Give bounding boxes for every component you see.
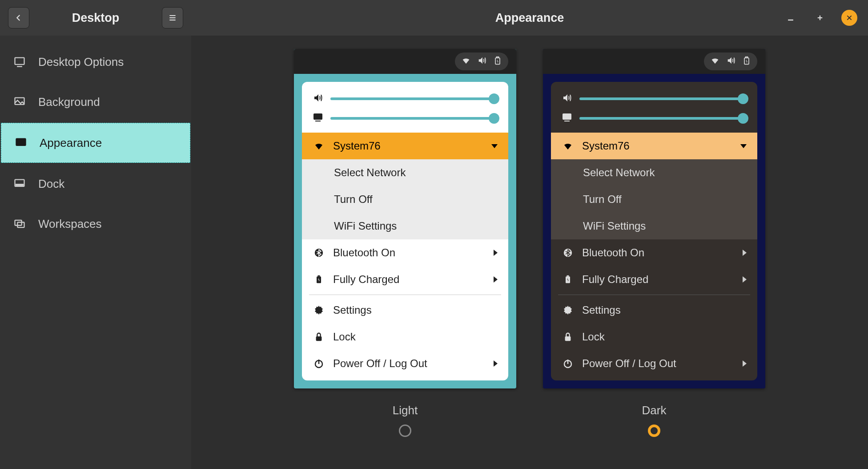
sidebar-item-background[interactable]: Background (0, 82, 191, 122)
preview-topbar (294, 49, 516, 74)
volume-icon (562, 93, 572, 105)
sidebar-item-label: Desktop Options (38, 55, 124, 69)
svg-rect-12 (18, 140, 21, 144)
sidebar-item-label: Appearance (40, 136, 102, 150)
chevron-right-icon (743, 276, 747, 283)
theme-label-dark: Dark (642, 404, 667, 417)
sidebar: Desktop Options Background Appearance Do… (0, 36, 191, 469)
chevron-right-icon (494, 276, 498, 283)
image-icon (12, 95, 27, 109)
settings-row[interactable]: Settings (551, 297, 757, 323)
bluetooth-icon (562, 247, 574, 259)
appearance-icon (14, 136, 28, 150)
chevron-down-icon (491, 144, 498, 148)
battery-icon (313, 273, 325, 286)
wifi-turn-off[interactable]: Turn Off (302, 186, 508, 213)
bluetooth-row[interactable]: Bluetooth On (551, 239, 757, 266)
wifi-name: System76 (582, 140, 630, 152)
sidebar-item-appearance[interactable]: Appearance (1, 123, 190, 163)
theme-preview-dark[interactable]: System76 Select Network Turn Off WiFi Se… (543, 49, 765, 388)
battery-icon (493, 56, 502, 67)
wifi-icon (461, 56, 471, 67)
power-icon (562, 357, 574, 370)
chevron-right-icon (743, 250, 747, 256)
wifi-settings[interactable]: WiFi Settings (302, 213, 508, 239)
page-title: Appearance (495, 11, 564, 25)
sidebar-item-desktop-options[interactable]: Desktop Options (0, 42, 191, 82)
volume-slider[interactable] (551, 89, 757, 109)
chevron-right-icon (494, 250, 498, 256)
bluetooth-row[interactable]: Bluetooth On (302, 239, 508, 266)
chevron-right-icon (743, 360, 747, 367)
wifi-icon (313, 140, 325, 152)
svg-rect-16 (17, 222, 24, 228)
volume-slider[interactable] (302, 89, 508, 109)
workspaces-icon (12, 217, 27, 231)
battery-row[interactable]: Fully Charged (551, 266, 757, 293)
volume-icon (726, 56, 736, 67)
sidebar-item-label: Workspaces (38, 217, 102, 231)
sidebar-title: Desktop (29, 11, 162, 25)
wifi-settings[interactable]: WiFi Settings (551, 213, 757, 239)
sidebar-item-dock[interactable]: Dock (0, 164, 191, 204)
bluetooth-icon (313, 247, 325, 259)
battery-icon (742, 56, 751, 67)
preview-topbar (543, 49, 765, 74)
gear-icon (562, 304, 574, 316)
maximize-button[interactable] (812, 10, 828, 26)
theme-label-light: Light (393, 404, 418, 417)
svg-rect-8 (15, 58, 24, 65)
wifi-icon (562, 140, 574, 152)
minimize-button[interactable] (783, 10, 799, 26)
svg-rect-30 (563, 114, 571, 119)
hamburger-button[interactable] (162, 7, 183, 28)
theme-radio-light[interactable] (399, 425, 411, 437)
power-row[interactable]: Power Off / Log Out (551, 350, 757, 377)
sidebar-item-label: Background (38, 95, 100, 109)
svg-rect-14 (16, 184, 23, 186)
chevron-right-icon (494, 360, 498, 367)
wifi-turn-off[interactable]: Turn Off (551, 186, 757, 213)
wifi-header[interactable]: System76 (302, 133, 508, 159)
sidebar-item-label: Dock (38, 177, 64, 191)
svg-rect-23 (318, 275, 320, 277)
lock-row[interactable]: Lock (551, 323, 757, 350)
dock-icon (12, 177, 27, 191)
svg-rect-29 (746, 57, 748, 58)
wifi-select-network[interactable]: Select Network (302, 159, 508, 186)
svg-rect-15 (15, 220, 22, 226)
svg-rect-19 (314, 114, 322, 119)
svg-rect-18 (497, 57, 499, 58)
lock-row[interactable]: Lock (302, 323, 508, 350)
brightness-slider[interactable] (551, 109, 757, 128)
volume-icon (313, 93, 323, 105)
close-button[interactable] (841, 10, 857, 26)
lock-icon (313, 331, 325, 343)
wifi-icon (710, 56, 720, 67)
wifi-name: System76 (333, 140, 381, 152)
battery-row[interactable]: Fully Charged (302, 266, 508, 293)
gear-icon (313, 304, 325, 316)
theme-preview-light[interactable]: System76 Select Network Turn Off WiFi Se… (294, 49, 516, 388)
monitor-icon (12, 55, 27, 69)
display-icon (562, 112, 572, 125)
display-icon (313, 112, 323, 125)
brightness-slider[interactable] (302, 109, 508, 128)
chevron-down-icon (740, 144, 747, 148)
volume-icon (477, 56, 487, 67)
power-icon (313, 357, 325, 370)
theme-radio-dark[interactable] (648, 425, 660, 437)
svg-rect-36 (565, 336, 571, 341)
power-row[interactable]: Power Off / Log Out (302, 350, 508, 377)
wifi-header[interactable]: System76 (551, 133, 757, 159)
back-button[interactable] (8, 7, 29, 28)
svg-rect-34 (567, 275, 569, 277)
wifi-select-network[interactable]: Select Network (551, 159, 757, 186)
sidebar-item-workspaces[interactable]: Workspaces (0, 204, 191, 244)
settings-row[interactable]: Settings (302, 297, 508, 323)
battery-icon (562, 273, 574, 286)
svg-rect-25 (316, 336, 322, 341)
lock-icon (562, 331, 574, 343)
